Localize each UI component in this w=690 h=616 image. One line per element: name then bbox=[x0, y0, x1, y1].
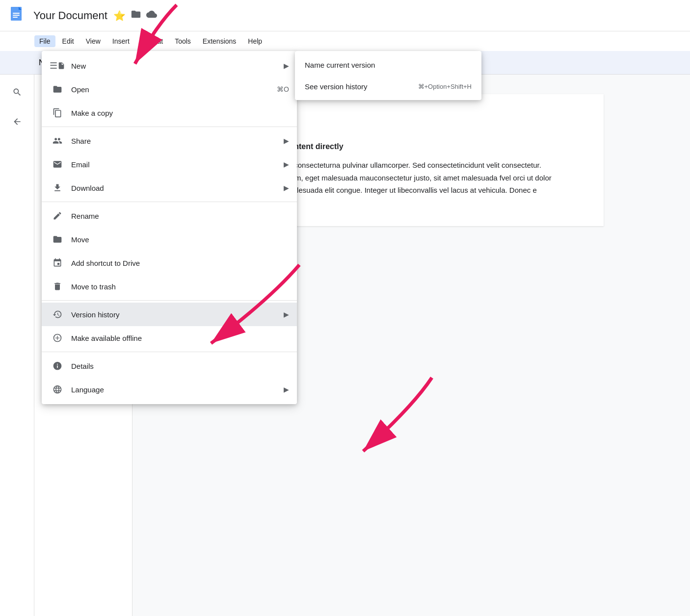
open-icon bbox=[50, 81, 65, 97]
email-arrow: ▶ bbox=[284, 160, 289, 168]
menu-item-open[interactable]: Open ⌘O bbox=[42, 77, 297, 101]
version-icon bbox=[50, 307, 65, 322]
download-label: Download bbox=[71, 184, 280, 192]
open-shortcut: ⌘O bbox=[277, 85, 289, 93]
share-icon bbox=[50, 133, 65, 149]
menu-edit[interactable]: Edit bbox=[57, 35, 79, 47]
menu-item-offline[interactable]: Make available offline bbox=[42, 326, 297, 350]
menu-item-version[interactable]: Version history ▶ bbox=[42, 303, 297, 326]
version-submenu: Name current version See version history… bbox=[295, 51, 481, 100]
cloud-icon[interactable] bbox=[146, 9, 157, 22]
shortcut-icon bbox=[50, 255, 65, 271]
rename-label: Rename bbox=[71, 212, 289, 220]
menu-file[interactable]: File bbox=[34, 35, 55, 47]
menu-insert[interactable]: Insert bbox=[107, 35, 134, 47]
menu-item-rename[interactable]: Rename bbox=[42, 204, 297, 228]
email-label: Email bbox=[71, 160, 280, 169]
offline-label: Make available offline bbox=[71, 334, 289, 342]
email-icon bbox=[50, 156, 65, 172]
version-arrow: ▶ bbox=[284, 310, 289, 318]
details-icon bbox=[50, 358, 65, 374]
details-label: Details bbox=[71, 362, 289, 370]
trash-label: Move to trash bbox=[71, 282, 289, 291]
see-history-shortcut: ⌘+Option+Shift+H bbox=[418, 83, 472, 90]
menu-item-download[interactable]: Download ▶ bbox=[42, 176, 297, 200]
shortcut-label: Add shortcut to Drive bbox=[71, 259, 289, 267]
header-icons: ⭐ bbox=[113, 9, 157, 22]
name-version-label: Name current version bbox=[305, 61, 375, 69]
language-icon bbox=[50, 382, 65, 397]
download-arrow: ▶ bbox=[284, 184, 289, 192]
menu-divider-1 bbox=[42, 127, 297, 127]
offline-icon bbox=[50, 330, 65, 346]
version-label: Version history bbox=[71, 310, 280, 319]
share-label: Share bbox=[71, 137, 280, 145]
file-menu: New ▶ Open ⌘O Make a copy Share ▶ Email … bbox=[42, 51, 297, 404]
back-sidebar-icon[interactable] bbox=[7, 112, 27, 131]
app-logo bbox=[8, 6, 27, 26]
menu-item-language[interactable]: Language ▶ bbox=[42, 378, 297, 401]
menu-item-trash[interactable]: Move to trash bbox=[42, 275, 297, 298]
menu-item-copy[interactable]: Make a copy bbox=[42, 101, 297, 125]
menu-extensions[interactable]: Extensions bbox=[198, 35, 241, 47]
submenu-name-version[interactable]: Name current version bbox=[295, 54, 481, 76]
share-arrow: ▶ bbox=[284, 137, 289, 145]
folder-icon[interactable] bbox=[131, 9, 141, 22]
see-history-label: See version history bbox=[305, 82, 368, 91]
move-label: Move bbox=[71, 235, 289, 244]
menu-item-shortcut[interactable]: Add shortcut to Drive bbox=[42, 251, 297, 275]
copy-icon bbox=[50, 105, 65, 121]
menu-view[interactable]: View bbox=[81, 35, 106, 47]
download-icon bbox=[50, 180, 65, 196]
svg-rect-4 bbox=[13, 17, 18, 18]
menu-item-share[interactable]: Share ▶ bbox=[42, 129, 297, 153]
menu-bar: File Edit View Insert Format Tools Exten… bbox=[0, 31, 690, 51]
language-arrow: ▶ bbox=[284, 385, 289, 393]
app-header: Your Document ⭐ bbox=[0, 0, 690, 31]
menu-divider-3 bbox=[42, 300, 297, 301]
move-icon bbox=[50, 231, 65, 247]
star-icon[interactable]: ⭐ bbox=[113, 10, 126, 22]
svg-rect-3 bbox=[13, 15, 20, 16]
new-arrow: ▶ bbox=[284, 62, 289, 70]
copy-label: Make a copy bbox=[71, 109, 289, 117]
rename-icon bbox=[50, 208, 65, 224]
menu-format[interactable]: Format bbox=[136, 35, 168, 47]
menu-divider-4 bbox=[42, 352, 297, 352]
menu-item-email[interactable]: Email ▶ bbox=[42, 153, 297, 176]
menu-tools[interactable]: Tools bbox=[170, 35, 196, 47]
new-icon bbox=[50, 58, 65, 74]
trash-icon bbox=[50, 279, 65, 294]
menu-item-move[interactable]: Move bbox=[42, 228, 297, 251]
menu-help[interactable]: Help bbox=[243, 35, 267, 47]
search-sidebar-icon[interactable] bbox=[7, 82, 27, 102]
menu-item-details[interactable]: Details bbox=[42, 354, 297, 378]
language-label: Language bbox=[71, 385, 280, 394]
svg-rect-2 bbox=[13, 13, 20, 14]
menu-divider-2 bbox=[42, 202, 297, 202]
submenu-see-history[interactable]: See version history ⌘+Option+Shift+H bbox=[295, 76, 481, 97]
sidebar bbox=[0, 75, 34, 616]
menu-item-new[interactable]: New ▶ bbox=[42, 54, 297, 77]
open-label: Open bbox=[71, 85, 277, 94]
doc-title: Your Document bbox=[33, 9, 107, 22]
new-label: New bbox=[71, 62, 280, 70]
